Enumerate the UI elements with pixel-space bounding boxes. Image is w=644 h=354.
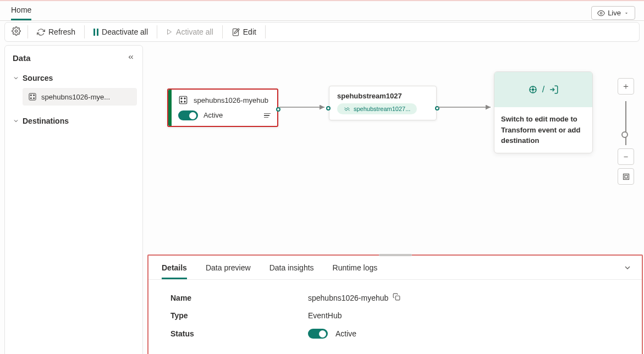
- detail-status-label: Status: [170, 329, 308, 338]
- toolbar: Refresh Deactivate all Activate all Edit: [4, 22, 640, 42]
- destination-node[interactable]: / Switch to edit mode to Transform event…: [494, 71, 593, 153]
- copy-icon[interactable]: [393, 293, 400, 302]
- node-menu-icon[interactable]: [264, 113, 271, 118]
- svg-point-10: [184, 98, 185, 99]
- tab-home[interactable]: Home: [11, 5, 31, 20]
- eventhub-icon: [178, 95, 188, 105]
- source-status: Active: [203, 111, 223, 119]
- detail-type-label: Type: [170, 311, 308, 320]
- deactivate-all-label: Deactivate all: [102, 27, 148, 36]
- separator: [27, 25, 28, 38]
- detail-name-label: Name: [170, 294, 308, 302]
- sources-label: Sources: [23, 74, 53, 82]
- refresh-button[interactable]: Refresh: [30, 24, 82, 40]
- zoom-thumb[interactable]: [621, 131, 628, 138]
- svg-point-6: [30, 98, 31, 99]
- zoom-in-button[interactable]: ＋: [618, 78, 634, 95]
- zoom-fit-button[interactable]: [618, 168, 634, 185]
- sidebar-source-item[interactable]: spehubns1026-mye...: [23, 88, 137, 106]
- play-icon: [166, 29, 173, 35]
- sidebar-title: Data: [13, 53, 31, 63]
- pause-icon: [93, 29, 98, 36]
- chevron-down-icon: [624, 10, 629, 16]
- details-panel: Details Data preview Data insights Runti…: [147, 255, 643, 354]
- deactivate-all-button[interactable]: Deactivate all: [87, 24, 155, 40]
- chevron-down-icon: [13, 118, 19, 124]
- svg-rect-3: [29, 93, 36, 100]
- edit-button[interactable]: Edit: [225, 24, 263, 40]
- stream-pill[interactable]: spehubstream1027...: [337, 103, 417, 114]
- output-port[interactable]: [435, 106, 439, 110]
- svg-marker-2: [168, 30, 172, 35]
- separator: [222, 25, 223, 38]
- output-port[interactable]: [276, 107, 280, 112]
- live-label: Live: [608, 9, 621, 17]
- output-icon: [549, 85, 559, 95]
- zoom-out-button[interactable]: －: [618, 148, 634, 165]
- svg-rect-8: [179, 96, 187, 104]
- edit-label: Edit: [243, 27, 256, 36]
- settings-button[interactable]: [7, 23, 25, 41]
- separator: [265, 25, 266, 38]
- svg-point-0: [600, 12, 602, 14]
- svg-point-1: [15, 30, 17, 32]
- chevron-down-icon: [13, 75, 19, 81]
- sources-section[interactable]: Sources: [10, 70, 137, 86]
- destination-head: /: [494, 72, 592, 107]
- svg-rect-18: [625, 175, 628, 178]
- input-port[interactable]: [326, 106, 331, 110]
- status-toggle[interactable]: [308, 329, 328, 339]
- svg-point-5: [34, 95, 35, 96]
- svg-rect-17: [623, 174, 629, 179]
- live-dropdown[interactable]: Live: [591, 6, 635, 20]
- stream-pill-label: spehubstream1027...: [354, 106, 410, 112]
- destinations-section[interactable]: Destinations: [10, 113, 137, 129]
- activate-all-button[interactable]: Activate all: [159, 24, 220, 40]
- svg-point-15: [532, 89, 533, 91]
- source-active-toggle[interactable]: [178, 110, 198, 120]
- activate-all-label: Activate all: [176, 27, 213, 36]
- edge-source-to-stream: [279, 104, 330, 110]
- source-node-title: spehubns1026-myehub: [194, 96, 268, 104]
- destinations-label: Destinations: [23, 117, 69, 125]
- transform-icon: [528, 85, 538, 95]
- svg-point-7: [34, 98, 35, 99]
- data-sidebar: Data Sources spehubns1026-mye... Destina…: [4, 45, 143, 354]
- eye-icon: [597, 9, 605, 17]
- source-item-label: spehubns1026-mye...: [41, 93, 110, 101]
- detail-name-value: spehubns1026-myehub: [308, 294, 388, 302]
- zoom-controls: ＋ －: [618, 78, 634, 188]
- svg-point-4: [30, 95, 31, 96]
- detail-type-value: EventHub: [308, 311, 342, 320]
- refresh-label: Refresh: [48, 27, 75, 36]
- separator-slash: /: [542, 85, 544, 95]
- svg-rect-19: [396, 296, 400, 300]
- tab-data-preview[interactable]: Data preview: [206, 263, 251, 279]
- stream-node[interactable]: spehubstream1027 spehubstream1027...: [329, 86, 437, 120]
- detail-status-value: Active: [335, 329, 356, 338]
- source-node[interactable]: spehubns1026-myehub Active: [167, 88, 278, 127]
- tab-runtime-logs[interactable]: Runtime logs: [333, 263, 378, 279]
- eventhub-icon: [28, 92, 37, 101]
- gear-icon: [12, 26, 21, 36]
- edit-icon: [232, 28, 240, 36]
- collapse-panel-icon[interactable]: [623, 263, 632, 274]
- svg-point-9: [181, 98, 182, 99]
- separator: [157, 25, 157, 38]
- tab-details[interactable]: Details: [162, 263, 187, 279]
- separator: [84, 25, 85, 38]
- canvas[interactable]: spehubns1026-myehub Active s: [143, 45, 640, 354]
- collapse-sidebar-icon[interactable]: [127, 53, 135, 63]
- zoom-slider[interactable]: [625, 101, 626, 145]
- svg-point-11: [181, 101, 182, 102]
- tab-data-insights[interactable]: Data insights: [269, 263, 314, 279]
- stream-node-title: spehubstream1027: [335, 92, 431, 100]
- refresh-icon: [37, 28, 45, 36]
- destination-hint: Switch to edit mode to Transform event o…: [494, 107, 592, 153]
- fit-icon: [622, 173, 630, 181]
- svg-point-12: [184, 101, 185, 102]
- stream-icon: [344, 106, 350, 112]
- edge-stream-to-dest: [438, 104, 495, 110]
